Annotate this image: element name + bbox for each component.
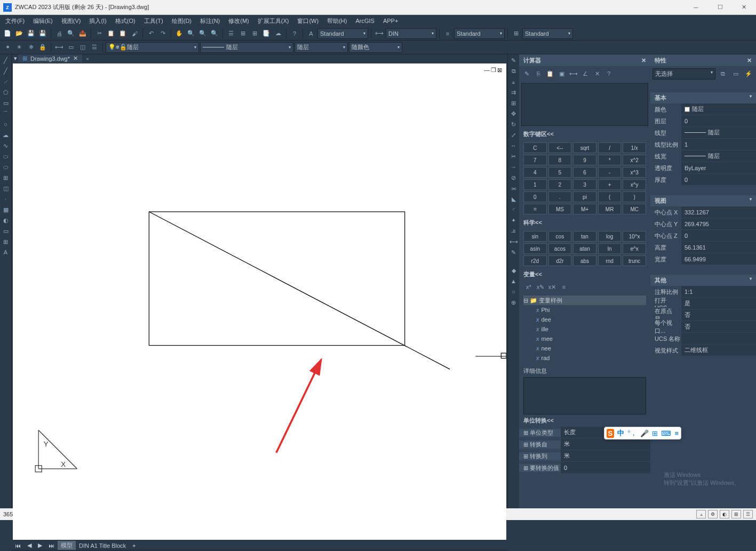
tablestyle-combo[interactable]: Standard▾ — [522, 28, 573, 39]
ime-lang[interactable]: 中 — [617, 428, 624, 438]
selectobj-icon[interactable]: ▭ — [730, 69, 741, 79]
drawing-canvas[interactable]: — ❐ ⊠ Y X — [13, 63, 506, 540]
table-icon[interactable]: ⊞ — [1, 237, 11, 246]
calc-key-[interactable]: <-- — [548, 142, 572, 153]
calc-key-asin[interactable]: asin — [523, 243, 547, 254]
menu-help[interactable]: 帮助(H) — [324, 16, 350, 26]
sheet-icon[interactable]: 📑 — [261, 28, 272, 39]
menu-view[interactable]: 视图(V) — [58, 16, 84, 26]
offset-icon[interactable]: ⇉ — [509, 87, 519, 97]
pickadd-icon[interactable]: ⚡ — [743, 69, 754, 79]
prop-row[interactable]: 线宽随层 — [650, 150, 756, 162]
center-snap-icon[interactable]: ○ — [509, 287, 519, 297]
calc-sci-header[interactable]: 科学<< — [519, 217, 650, 229]
workspace-icon[interactable]: ⚙ — [708, 510, 718, 518]
match-icon[interactable]: 🖌 — [129, 28, 140, 39]
lineweight-combo[interactable]: 随层▾ — [295, 42, 348, 53]
new-tab-icon[interactable]: ▫ — [83, 55, 92, 62]
print-icon[interactable]: 🖨 — [54, 28, 65, 39]
calc-key-8[interactable]: 8 — [548, 155, 572, 165]
save-icon[interactable]: 💾 — [26, 28, 36, 39]
properties-icon[interactable]: ☰ — [226, 28, 236, 39]
calc-unit-header[interactable]: 单位转换<< — [519, 414, 650, 427]
calc-key-x3[interactable]: x^3 — [623, 167, 646, 178]
calc-key-rnd[interactable]: rnd — [598, 255, 622, 266]
calc-clear-icon[interactable]: ✎ — [521, 68, 532, 79]
distance-icon[interactable]: ⟷ — [54, 42, 65, 53]
prop-row[interactable]: 图层0 — [650, 115, 756, 127]
calc-key-tan[interactable]: tan — [573, 231, 596, 242]
cloud-icon[interactable]: ☁ — [273, 28, 283, 39]
ellipsearc-icon[interactable]: ⬭ — [1, 162, 11, 172]
trim-icon[interactable]: ✂ — [509, 151, 519, 161]
tabs-menu-icon[interactable]: ▾ — [14, 55, 17, 62]
menu-window[interactable]: 窗口(W) — [294, 16, 322, 26]
color-combo[interactable]: 随颜色▾ — [349, 42, 402, 53]
undo-icon[interactable]: ↶ — [146, 28, 156, 39]
prop-row[interactable]: 颜色随层 — [650, 103, 756, 115]
xline-icon[interactable]: ╱ — [1, 66, 11, 76]
close-button[interactable]: ✕ — [732, 0, 756, 15]
calc-key-ln[interactable]: ln — [598, 243, 622, 254]
menu-format[interactable]: 格式(O) — [112, 16, 139, 26]
calc-getvec-icon[interactable]: ✕ — [592, 68, 602, 79]
calc-numpad-header[interactable]: 数字键区<< — [519, 128, 650, 140]
circle-icon[interactable]: ○ — [1, 119, 11, 129]
fillet-icon[interactable]: ◜ — [509, 205, 519, 214]
dimstyle-combo[interactable]: DIN▾ — [386, 28, 436, 39]
calc-key-[interactable]: + — [598, 179, 622, 190]
lengthen-icon[interactable]: ⟷ — [509, 237, 519, 246]
calc-close-icon[interactable]: ✕ — [641, 57, 646, 64]
paste-icon[interactable]: 📋 — [117, 28, 128, 39]
erase-icon[interactable]: ✎ — [509, 55, 519, 65]
calc-key-1x[interactable]: 1/x — [623, 142, 646, 153]
sheet-first-icon[interactable]: ⏮ — [12, 542, 24, 549]
cut-icon[interactable]: ✂ — [94, 28, 105, 39]
zoomwin-icon[interactable]: 🔍 — [197, 28, 208, 39]
calc-key-atan[interactable]: atan — [573, 243, 596, 254]
menu-dimension[interactable]: 标注(N) — [197, 16, 223, 26]
dimstyle-icon[interactable]: ⟷ — [374, 28, 385, 39]
mlstyle-icon[interactable]: ≡ — [442, 28, 453, 39]
calc-getpoint-icon[interactable]: ▣ — [556, 68, 567, 79]
var-nee[interactable]: xnee — [523, 344, 646, 353]
tab-add-icon[interactable]: + — [129, 542, 139, 549]
quickselect-icon[interactable]: ⧉ — [718, 69, 728, 79]
sheet-next-icon[interactable]: ▶ — [35, 541, 45, 549]
calc-key-abs[interactable]: abs — [573, 255, 596, 266]
ime-keyboard-icon[interactable]: ⌨ — [661, 429, 671, 437]
mlstyle-combo[interactable]: Standard▾ — [454, 28, 505, 39]
sheet-prev-icon[interactable]: ◀ — [24, 541, 35, 549]
calc-key-[interactable]: = — [523, 204, 547, 214]
explode-icon[interactable]: ✦ — [509, 215, 519, 225]
extend-icon[interactable]: → — [509, 162, 519, 172]
prop-group-basic[interactable]: 基本▾ — [650, 92, 756, 103]
point-icon[interactable]: · — [1, 194, 11, 204]
layerstate-icon[interactable]: ☀ — [14, 42, 25, 53]
tab-layout[interactable]: DIN A1 Title Block — [76, 542, 129, 549]
join-icon[interactable]: ⫘ — [509, 183, 519, 193]
var-calc-icon[interactable]: ≡ — [559, 282, 569, 292]
doc-restore-icon[interactable]: ❐ — [491, 67, 496, 74]
calc-key-log[interactable]: log — [598, 231, 622, 242]
stretch-icon[interactable]: ↔ — [509, 141, 519, 150]
var-edit-icon[interactable]: x✎ — [535, 282, 546, 292]
prop-group-view[interactable]: 视图▾ — [650, 195, 756, 206]
calc-key-5[interactable]: 5 — [548, 167, 572, 178]
spline-icon[interactable]: ∿ — [1, 141, 11, 150]
ime-settings-icon[interactable]: ≡ — [674, 429, 679, 437]
zoomprev-icon[interactable]: 🔍 — [209, 28, 220, 39]
isolate-icon[interactable]: ◐ — [720, 510, 729, 518]
open-icon[interactable]: 📂 — [14, 28, 25, 39]
rotate-icon[interactable]: ↻ — [509, 119, 519, 129]
doc-minimize-icon[interactable]: — — [484, 67, 490, 74]
revcloud-icon[interactable]: ☁ — [1, 130, 11, 140]
calc-key-[interactable]: ) — [623, 191, 646, 202]
calc-key-[interactable]: / — [598, 142, 622, 153]
maximize-button[interactable]: ☐ — [708, 0, 732, 15]
rectangle-icon[interactable]: ▭ — [1, 98, 11, 108]
prop-row[interactable]: 中心点 X332.1267 — [650, 206, 756, 218]
var-rad[interactable]: xrad — [523, 353, 646, 363]
polyline-icon[interactable]: ⟋ — [1, 77, 11, 86]
tablestyle-icon[interactable]: ⊞ — [511, 28, 521, 39]
